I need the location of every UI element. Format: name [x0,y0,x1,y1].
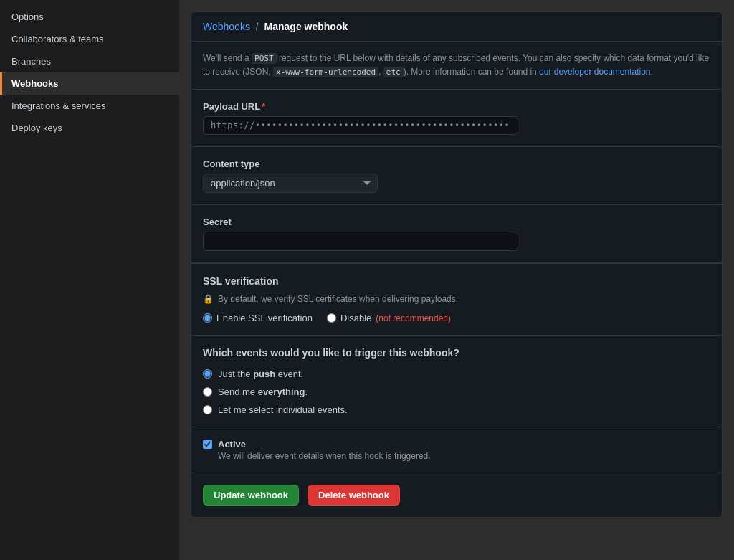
event-individual-label[interactable]: Let me select individual events. [203,404,710,415]
required-star: * [262,101,265,112]
breadcrumb-current: Manage webhook [264,21,348,32]
event-everything-text: Send me everything. [218,386,308,397]
format-code-1: x-www-form-urlencoded [273,67,378,77]
content-header: Webhooks / Manage webhook [191,12,722,42]
lock-icon: 🔒 [203,294,214,304]
push-bold: push [253,369,275,379]
events-radio-group: Just the push event. Send me everything.… [203,369,710,415]
breadcrumb-separator: / [256,21,259,32]
sidebar-item-deploy-keys[interactable]: Deploy keys [0,117,179,139]
ssl-disable-label[interactable]: Disable (not recommended) [327,313,451,323]
content-type-select[interactable]: application/json application/x-www-form-… [203,174,378,193]
payload-url-section: Payload URL* [191,90,722,147]
breadcrumb-link[interactable]: Webhooks [203,21,250,32]
ssl-info: 🔒 By default, we verify SSL certificates… [203,294,710,304]
sidebar-item-options[interactable]: Options [0,6,179,28]
sidebar-item-integrations[interactable]: Integrations & services [0,95,179,117]
active-checkbox[interactable] [203,440,212,449]
payload-url-input[interactable] [203,116,518,135]
event-everything-label[interactable]: Send me everything. [203,386,710,397]
event-everything-radio[interactable] [203,387,212,397]
everything-bold: everything [258,386,305,397]
ssl-enable-radio[interactable] [203,313,212,323]
docs-link[interactable]: our developer documentation [539,67,650,77]
sidebar-item-webhooks[interactable]: Webhooks [0,72,179,95]
sidebar-item-collaborators[interactable]: Collaborators & teams [0,28,179,50]
sidebar-item-branches[interactable]: Branches [0,50,179,72]
delete-webhook-button[interactable]: Delete webhook [308,485,400,506]
event-push-label[interactable]: Just the push event. [203,369,710,379]
active-label[interactable]: Active We will deliver event details whe… [203,439,710,461]
ssl-section: SSL verification 🔒 By default, we verify… [191,263,722,336]
ssl-not-recommended: (not recommended) [376,313,451,323]
secret-input[interactable] [203,232,518,251]
event-push-radio[interactable] [203,369,212,379]
content-box: Webhooks / Manage webhook We'll send a P… [191,11,723,518]
active-section: Active We will deliver event details whe… [191,427,722,473]
secret-label: Secret [203,217,710,227]
ssl-enable-label[interactable]: Enable SSL verification [203,313,313,323]
update-webhook-button[interactable]: Update webhook [203,485,299,506]
main-content: Webhooks / Manage webhook We'll send a P… [179,0,734,560]
ssl-title: SSL verification [203,275,710,287]
ssl-info-text: By default, we verify SSL certificates w… [218,294,458,304]
description-section: We'll send a POST request to the URL bel… [191,42,722,90]
event-push-text: Just the push event. [218,369,303,379]
content-type-label: Content type [203,158,710,169]
buttons-section: Update webhook Delete webhook [191,473,722,517]
description-text: We'll send a POST request to the URL bel… [203,53,709,77]
payload-url-label: Payload URL* [203,101,710,112]
ssl-enable-text: Enable SSL verification [216,313,313,323]
active-description: We will deliver event details when this … [218,451,431,461]
active-title: Active [218,439,431,450]
sidebar: Options Collaborators & teams Branches W… [0,0,179,560]
post-code: POST [252,53,277,64]
ssl-disable-text: Disable [340,313,371,323]
events-title: Which events would you like to trigger t… [203,347,710,359]
ssl-disable-radio[interactable] [327,313,336,323]
ssl-radio-group: Enable SSL verification Disable (not rec… [203,313,710,323]
secret-section: Secret [191,205,722,263]
events-section: Which events would you like to trigger t… [191,336,722,427]
format-code-2: etc [383,67,404,77]
active-text-group: Active We will deliver event details whe… [218,439,431,461]
event-individual-text: Let me select individual events. [218,404,348,415]
event-individual-radio[interactable] [203,405,212,414]
breadcrumb: Webhooks / Manage webhook [203,21,348,32]
content-type-section: Content type application/json applicatio… [191,147,722,205]
